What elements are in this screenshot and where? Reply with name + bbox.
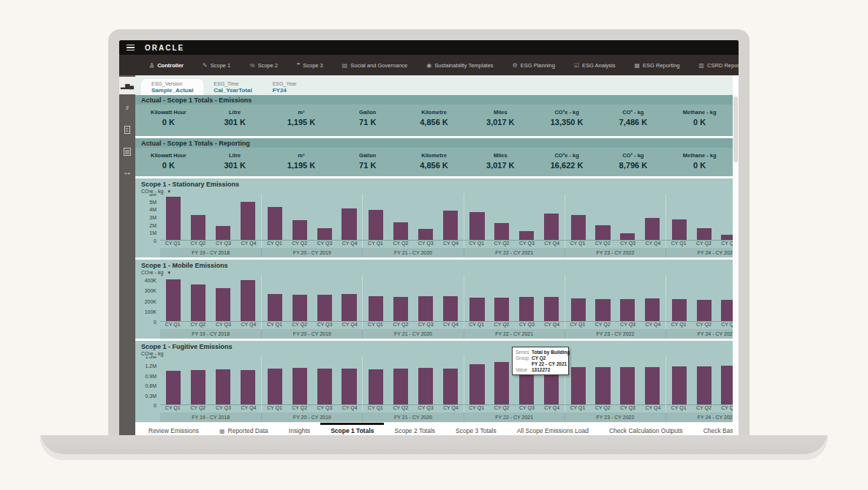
nav-tab-scope-1[interactable]: ✎Scope 1 — [193, 55, 240, 75]
bar-fy-21-cy-2020-cy-q1[interactable] — [369, 210, 383, 240]
bar-fy-21-cy-2020-cy-q4[interactable] — [443, 369, 458, 404]
bar-fy-20-cy-2019-cy-q4[interactable] — [341, 208, 356, 240]
bar-fy-19-cy-2018-cy-q1[interactable] — [166, 371, 181, 404]
bar-fy-21-cy-2020-cy-q2[interactable] — [393, 222, 408, 240]
bar-fy-19-cy-2018-cy-q1[interactable] — [166, 279, 181, 321]
group-label: FY 21 - CY 2020 — [362, 248, 463, 257]
kpi-value: 0 K — [666, 118, 733, 127]
sidebar-item-3[interactable]: Σ — [119, 121, 135, 138]
bar-fy-23-cy-2022-cy-q1[interactable] — [571, 215, 586, 240]
hamburger-menu-icon[interactable] — [127, 45, 135, 51]
bar-fy-19-cy-2018-cy-q3[interactable] — [216, 226, 230, 240]
bar-fy-24-cy-2023-cy-q2[interactable] — [697, 366, 712, 404]
bar-fy-23-cy-2022-cy-q4[interactable] — [645, 218, 660, 240]
bar-fy-19-cy-2018-cy-q4[interactable] — [241, 280, 255, 321]
bar-fy-20-cy-2019-cy-q2[interactable] — [293, 220, 307, 240]
bar-fy-22-cy-2021-cy-q1[interactable] — [469, 212, 484, 240]
nav-tab-scope-3[interactable]: ❞Scope 3 — [287, 55, 333, 75]
bar-fy-22-cy-2021-cy-q3[interactable] — [519, 297, 534, 321]
bar-fy-24-cy-2023-cy-q3[interactable] — [721, 300, 733, 321]
sidebar-item-4[interactable]: ▧ — [119, 143, 135, 160]
bar-fy-21-cy-2020-cy-q3[interactable] — [418, 229, 433, 240]
nav-tab-sustainability-templates[interactable]: ◉Sustainability Templates — [417, 55, 502, 75]
bar-fy-21-cy-2020-cy-q1[interactable] — [369, 296, 383, 321]
nav-tab-csrd-reports[interactable]: ▥CSRD Reports — [690, 55, 739, 75]
sidebar-item-2[interactable]: ♯ — [119, 99, 135, 116]
tooltip-series-label: Series — [516, 350, 532, 355]
bar-fy-23-cy-2022-cy-q3[interactable] — [620, 299, 635, 321]
bar-fy-23-cy-2022-cy-q3[interactable] — [620, 367, 635, 404]
bar-fy-22-cy-2021-cy-q4[interactable] — [544, 297, 559, 321]
bar-fy-19-cy-2018-cy-q1[interactable] — [166, 197, 181, 240]
bar-fy-20-cy-2019-cy-q3[interactable] — [317, 295, 332, 321]
bar-fy-21-cy-2020-cy-q1[interactable] — [369, 369, 383, 404]
chart-unit-select[interactable]: CO²e - kg — [141, 351, 163, 356]
bar-fy-19-cy-2018-cy-q4[interactable] — [241, 370, 255, 404]
bar-fy-23-cy-2022-cy-q2[interactable] — [595, 367, 610, 404]
bar-fy-19-cy-2018-cy-q2[interactable] — [191, 284, 205, 321]
bar-fy-20-cy-2019-cy-q3[interactable] — [317, 228, 332, 240]
bar-fy-24-cy-2023-cy-q2[interactable] — [697, 228, 712, 240]
bar-fy-24-cy-2023-cy-q3[interactable] — [721, 235, 733, 240]
bar-fy-22-cy-2021-cy-q1[interactable] — [469, 364, 484, 404]
bar-fy-21-cy-2020-cy-q2[interactable] — [393, 369, 408, 404]
nav-tab-scope-2[interactable]: %Scope 2 — [240, 55, 287, 75]
bar-groups: CY Q1CY Q2CY Q3CY Q4FY 19 - CY 2018CY Q1… — [160, 194, 733, 257]
bar-fy-19-cy-2018-cy-q2[interactable] — [191, 215, 205, 240]
bar-slot — [667, 194, 692, 240]
bar-fy-20-cy-2019-cy-q4[interactable] — [341, 294, 356, 321]
nav-tab-esg-analysis[interactable]: ☑ESG Analysis — [565, 55, 625, 75]
pov-field-esg-version[interactable]: ESG_VersionSample_Actual — [141, 79, 203, 95]
scrollbar-thumb[interactable] — [733, 97, 738, 162]
bar-fy-22-cy-2021-cy-q4[interactable] — [544, 214, 559, 240]
bar-fy-20-cy-2019-cy-q1[interactable] — [268, 369, 282, 404]
chart-unit-select[interactable]: CO²e - kg▼ — [141, 270, 171, 275]
nav-tab-social-and-governance[interactable]: ▤Social and Governance — [333, 55, 418, 75]
bar-fy-21-cy-2020-cy-q4[interactable] — [443, 211, 458, 240]
scrollbar[interactable] — [733, 95, 739, 422]
bar-fy-24-cy-2023-cy-q1[interactable] — [672, 219, 687, 240]
bar-fy-19-cy-2018-cy-q2[interactable] — [191, 370, 205, 404]
bar-fy-21-cy-2020-cy-q3[interactable] — [418, 296, 433, 321]
bar-fy-21-cy-2020-cy-q4[interactable] — [443, 296, 458, 321]
sidebar-item-1[interactable]: ▂▆▄ — [119, 77, 135, 94]
bar-fy-20-cy-2019-cy-q3[interactable] — [317, 369, 332, 404]
bar-fy-22-cy-2021-cy-q2[interactable] — [494, 362, 509, 404]
pov-field-esg-time[interactable]: ESG_TimeCal_YearTotal — [203, 79, 262, 95]
bar-fy-24-cy-2023-cy-q1[interactable] — [672, 299, 687, 321]
quarter-labels: CY Q1CY Q2CY Q3CY Q4 — [261, 322, 362, 329]
nav-tab-esg-reporting[interactable]: ▦ESG Reporting — [625, 55, 690, 75]
bar-fy-23-cy-2022-cy-q2[interactable] — [595, 299, 610, 321]
bar-fy-20-cy-2019-cy-q1[interactable] — [268, 207, 282, 240]
bar-fy-24-cy-2023-cy-q3[interactable] — [721, 366, 733, 404]
bar-fy-22-cy-2021-cy-q2[interactable] — [494, 223, 509, 240]
gear-icon: ⚙ — [513, 62, 518, 69]
bar-fy-20-cy-2019-cy-q4[interactable] — [341, 369, 356, 404]
bar-fy-23-cy-2022-cy-q2[interactable] — [595, 225, 610, 240]
sidebar-item-5[interactable]: ⊶ — [119, 165, 135, 182]
bar-fy-20-cy-2019-cy-q2[interactable] — [293, 295, 307, 321]
bar-fy-21-cy-2020-cy-q3[interactable] — [418, 368, 433, 404]
bar-fy-23-cy-2022-cy-q1[interactable] — [571, 367, 586, 404]
bar-fy-20-cy-2019-cy-q2[interactable] — [293, 368, 307, 404]
bar-fy-24-cy-2023-cy-q2[interactable] — [697, 300, 712, 321]
nav-tab-esg-planning[interactable]: ⚙ESG Planning — [503, 55, 565, 75]
bar-fy-20-cy-2019-cy-q1[interactable] — [268, 294, 282, 321]
bar-fy-23-cy-2022-cy-q4[interactable] — [645, 298, 660, 321]
bar-fy-23-cy-2022-cy-q4[interactable] — [645, 367, 660, 404]
bar-fy-24-cy-2023-cy-q1[interactable] — [672, 366, 687, 404]
nav-tab-controller[interactable]: ♙Controller — [140, 55, 193, 75]
bar-fy-19-cy-2018-cy-q3[interactable] — [216, 288, 230, 322]
bar-fy-22-cy-2021-cy-q1[interactable] — [469, 298, 484, 321]
chart-unit-select[interactable]: CO²e - kg▼ — [141, 189, 171, 194]
bar-fy-22-cy-2021-cy-q2[interactable] — [494, 298, 509, 321]
bar-fy-21-cy-2020-cy-q2[interactable] — [393, 297, 408, 321]
bars-row — [160, 275, 261, 322]
bar-fy-22-cy-2021-cy-q3[interactable] — [519, 231, 534, 240]
bar-fy-19-cy-2018-cy-q3[interactable] — [216, 369, 230, 404]
bar-fy-23-cy-2022-cy-q3[interactable] — [620, 233, 635, 240]
pov-field-esg-year[interactable]: ESG_YearFY24 — [263, 79, 307, 95]
nav-tab-label: CSRD Reports — [707, 62, 739, 69]
bar-fy-23-cy-2022-cy-q1[interactable] — [571, 298, 586, 321]
bar-fy-19-cy-2018-cy-q4[interactable] — [241, 202, 255, 241]
